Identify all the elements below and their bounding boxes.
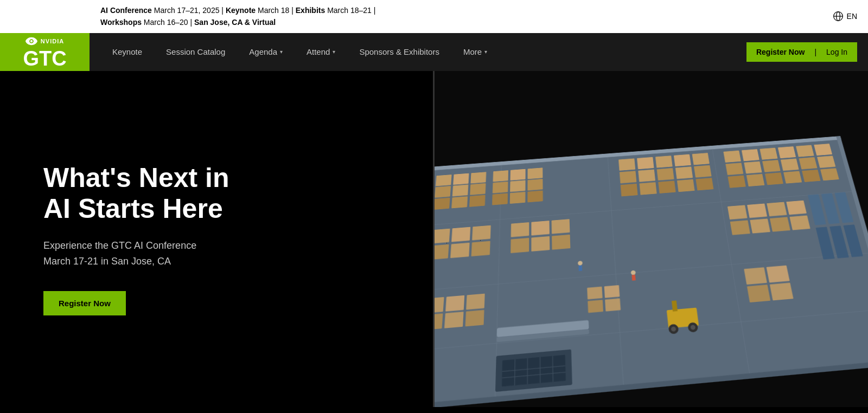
svg-rect-59 — [781, 158, 799, 171]
svg-rect-30 — [510, 180, 525, 192]
nav-item-session-catalog[interactable]: Session Catalog — [154, 33, 237, 71]
svg-rect-35 — [618, 158, 635, 171]
svg-rect-31 — [527, 179, 542, 191]
svg-rect-38 — [674, 154, 691, 166]
svg-rect-63 — [746, 174, 765, 186]
svg-rect-46 — [640, 182, 657, 195]
gtc-logo-text: GTC — [23, 48, 66, 69]
hero-subtitle: Experience the GTC AI Conference March 1… — [43, 238, 391, 269]
svg-rect-29 — [493, 182, 508, 193]
svg-rect-62 — [727, 175, 745, 188]
nav-item-agenda[interactable]: Agenda ▾ — [237, 33, 295, 71]
svg-rect-20 — [435, 186, 451, 198]
svg-rect-34 — [527, 190, 542, 202]
svg-rect-121 — [631, 275, 635, 281]
svg-rect-43 — [675, 166, 693, 179]
attend-chevron-icon: ▾ — [333, 49, 335, 55]
svg-rect-45 — [621, 184, 638, 197]
svg-rect-33 — [510, 192, 526, 204]
hero-section: What's Next in AI Starts Here Experience… — [0, 71, 868, 407]
svg-rect-27 — [510, 169, 526, 180]
svg-rect-57 — [744, 161, 762, 173]
svg-rect-85 — [750, 218, 770, 233]
svg-rect-67 — [820, 168, 839, 180]
svg-rect-48 — [677, 179, 695, 192]
top-info-bar: AI Conference March 17–21, 2025 | Keynot… — [0, 0, 868, 33]
hero-register-button[interactable]: Register Now — [43, 291, 126, 315]
language-label: EN — [847, 10, 857, 22]
svg-rect-53 — [778, 146, 796, 158]
logo-block[interactable]: NVIDIA GTC — [0, 33, 90, 71]
svg-rect-103 — [605, 298, 621, 311]
svg-rect-102 — [588, 300, 603, 313]
svg-rect-49 — [695, 178, 713, 190]
svg-rect-76 — [552, 219, 570, 234]
svg-rect-80 — [727, 205, 748, 220]
nav-item-sponsors-exhibitors[interactable]: Sponsors & Exhibitors — [347, 33, 451, 71]
svg-rect-82 — [767, 202, 787, 216]
svg-rect-42 — [657, 168, 674, 180]
svg-rect-41 — [638, 169, 655, 182]
svg-rect-47 — [658, 180, 675, 193]
agenda-chevron-icon: ▾ — [280, 49, 283, 55]
nav-item-more[interactable]: More ▾ — [451, 33, 499, 71]
login-button[interactable]: Log In — [816, 48, 857, 56]
hero-right-panel — [423, 71, 868, 407]
svg-rect-23 — [433, 197, 450, 209]
svg-rect-79 — [552, 235, 570, 250]
svg-rect-60 — [799, 157, 818, 170]
svg-rect-66 — [802, 170, 820, 182]
svg-rect-84 — [730, 220, 750, 235]
workshops-label: Workshops — [100, 18, 142, 27]
globe-icon — [833, 11, 844, 22]
svg-rect-37 — [655, 156, 673, 168]
svg-rect-83 — [786, 201, 807, 215]
register-login-group: Register Now | Log In — [746, 42, 857, 62]
svg-rect-104 — [744, 267, 767, 285]
svg-rect-95 — [445, 295, 464, 312]
svg-rect-105 — [767, 265, 790, 282]
svg-rect-72 — [450, 242, 470, 257]
exhibits-label: Exhibits — [296, 6, 325, 15]
warehouse-illustration — [423, 99, 868, 407]
location-label: San Jose, CA & Virtual — [194, 18, 276, 27]
svg-rect-51 — [742, 149, 760, 161]
svg-rect-75 — [531, 221, 549, 235]
svg-rect-107 — [770, 282, 794, 300]
svg-rect-61 — [817, 156, 835, 168]
hero-title: What's Next in AI Starts Here — [43, 163, 391, 225]
svg-rect-21 — [452, 184, 469, 196]
conference-name-label: AI Conference — [100, 6, 152, 15]
nav-item-attend[interactable]: Attend ▾ — [295, 33, 347, 71]
svg-rect-52 — [760, 147, 777, 159]
svg-rect-77 — [510, 238, 529, 253]
register-now-button[interactable]: Register Now — [746, 48, 814, 56]
svg-rect-44 — [694, 165, 712, 178]
svg-rect-36 — [637, 157, 654, 169]
svg-rect-55 — [814, 144, 832, 156]
more-chevron-icon: ▾ — [484, 49, 487, 55]
svg-rect-73 — [471, 241, 490, 256]
hero-left-panel: What's Next in AI Starts Here Experience… — [0, 71, 434, 407]
svg-rect-98 — [444, 312, 464, 328]
svg-rect-106 — [747, 285, 770, 302]
nvidia-logo: NVIDIA — [25, 35, 64, 47]
svg-rect-100 — [587, 287, 602, 300]
main-nav: Keynote Session Catalog Agenda ▾ Attend … — [90, 33, 746, 71]
nvidia-brand-text: NVIDIA — [41, 38, 64, 44]
svg-rect-64 — [765, 172, 783, 185]
svg-rect-101 — [604, 285, 620, 298]
svg-rect-22 — [470, 183, 486, 195]
svg-rect-25 — [469, 195, 486, 206]
nav-item-keynote[interactable]: Keynote — [100, 33, 154, 71]
svg-rect-69 — [451, 227, 470, 242]
svg-rect-74 — [511, 222, 529, 237]
language-selector[interactable]: EN — [833, 10, 857, 22]
svg-rect-70 — [472, 225, 491, 241]
svg-rect-119 — [578, 265, 582, 271]
keynote-label: Keynote — [226, 6, 256, 15]
svg-line-115 — [553, 356, 553, 382]
svg-rect-18 — [453, 173, 469, 184]
svg-rect-39 — [692, 153, 710, 165]
svg-line-112 — [515, 359, 515, 385]
